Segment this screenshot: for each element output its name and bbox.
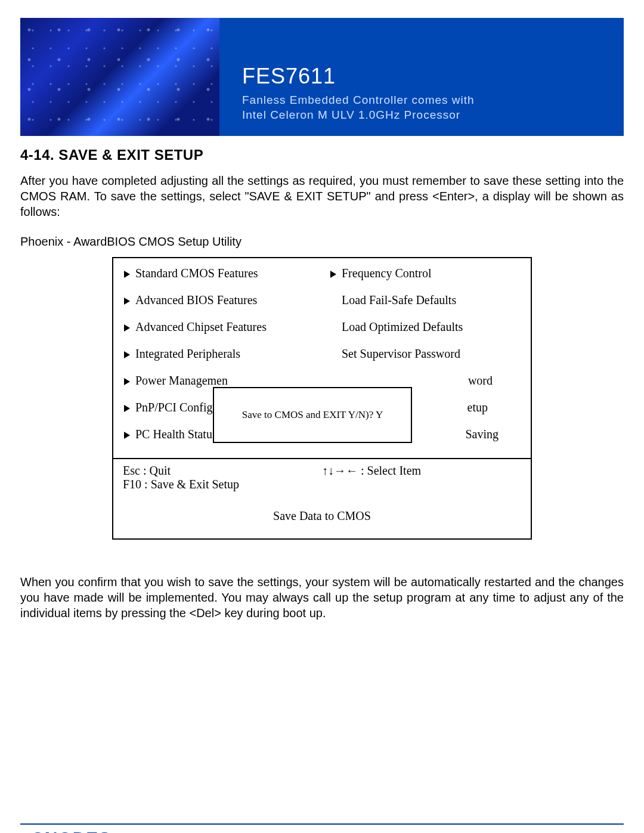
triangle-icon [124,351,130,358]
bios-item: Frequency Control [330,267,526,280]
bios-hint-left: Esc : Quit F10 : Save & Exit Setup [123,464,322,491]
product-subtitle: Fanless Embedded Controller comes with I… [242,92,624,123]
footer-left: CNODES 661 Brea Canyon Rd., Suite 3 Waln… [20,828,216,833]
footer-rule [20,823,624,825]
bios-item: Advanced Chipset Features [124,320,317,334]
bios-item: Load Fail-Safe Defaults [330,293,526,307]
intro-paragraph: After you have completed adjusting all t… [20,173,624,219]
page-footer: CNODES 661 Brea Canyon Rd., Suite 3 Waln… [0,823,644,833]
bios-item: word [330,374,526,388]
triangle-icon [124,298,130,305]
bios-hint-row: Esc : Quit F10 : Save & Exit Setup ↑↓→← … [113,459,531,497]
bios-item: Load Optimized Defaults [330,320,526,334]
acnodes-logo: CNODES [20,828,216,833]
bios-item: Standard CMOS Features [124,267,317,280]
outro-paragraph: When you confirm that you wish to save t… [20,574,624,621]
header-banner: FES7611 Fanless Embedded Controller come… [20,18,624,136]
bios-caption: Phoenix - AwardBIOS CMOS Setup Utility [20,235,624,249]
triangle-icon [124,432,130,439]
bios-screen: Standard CMOS Features Advanced BIOS Fea… [112,257,532,540]
bios-item: Integrated Peripherals [124,347,317,361]
bios-hint-right: ↑↓→← : Select Item [322,464,521,491]
banner-text-block: FES7611 Fanless Embedded Controller come… [219,18,624,136]
triangle-icon [124,271,130,278]
bios-item: Power Managemen [124,374,317,388]
bios-item: Advanced BIOS Features [124,293,317,307]
triangle-icon [124,324,130,332]
section-heading: 4-14. SAVE & EXIT SETUP [20,147,624,163]
footer-legal: © Copyright 2009 Acnodes, Inc. All right… [314,828,624,833]
triangle-icon [330,271,336,278]
triangle-icon [124,405,130,412]
banner-image [20,18,219,136]
bios-footer: Save Data to CMOS [113,497,531,538]
triangle-icon [124,378,130,385]
bios-item: Set Supervisor Password [330,347,526,361]
product-model: FES7611 [242,64,624,89]
bios-dialog: Save to CMOS and EXIT Y/N)? Y [213,387,412,443]
bios-menu-area: Standard CMOS Features Advanced BIOS Fea… [113,258,531,459]
